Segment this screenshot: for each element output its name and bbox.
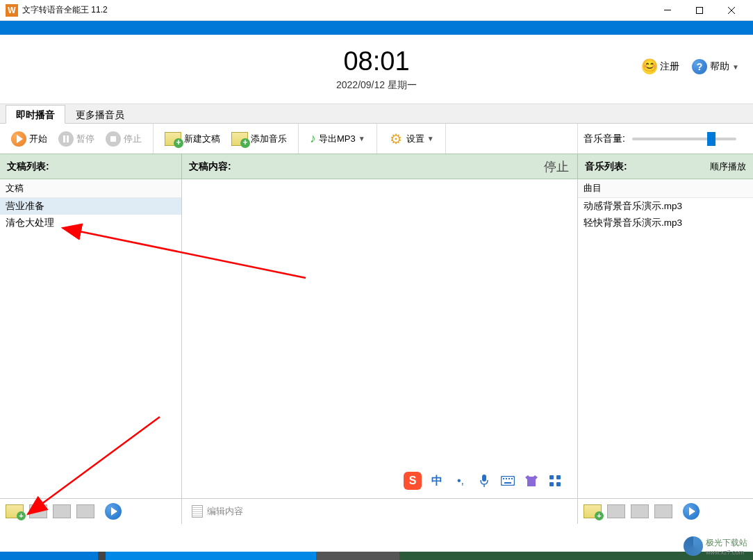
stop-button[interactable]: 停止	[100, 129, 147, 149]
stop-label: 停止	[124, 133, 142, 145]
start-button[interactable]: 开始	[6, 129, 53, 149]
add-icon	[584, 504, 602, 518]
menu-bar	[0, 21, 753, 35]
settings-label: 设置	[406, 133, 424, 145]
edit-content-label: 编辑内容	[207, 505, 243, 518]
music-list-header: 音乐列表: 顺序播放	[578, 154, 753, 179]
export-mp3-button[interactable]: ♪ 导出MP3 ▼	[304, 129, 371, 149]
ime-toolbar: S 中 •,	[398, 469, 569, 493]
pause-label: 暂停	[76, 133, 94, 145]
header-actions: 注册 ? 帮助 ▼	[642, 59, 739, 74]
doc-down-button[interactable]	[75, 502, 96, 520]
edit-content-button[interactable]: 编辑内容	[186, 502, 249, 520]
volume-slider[interactable]	[632, 138, 736, 140]
ime-keyboard-button[interactable]	[499, 472, 516, 489]
play-icon	[105, 503, 122, 520]
titlebar: W 文字转语音全能王 11.2	[0, 0, 753, 21]
svg-rect-11	[549, 482, 554, 486]
doc-up-button[interactable]	[51, 502, 72, 520]
export-mp3-label: 导出MP3	[319, 133, 356, 145]
doc-list-item[interactable]: 清仓大处理	[0, 215, 181, 231]
watermark-sub: www.xz7.com	[706, 549, 747, 556]
column-headers: 文稿列表: 文稿内容: 停止 音乐列表: 顺序播放	[0, 154, 753, 179]
remove-doc-button[interactable]	[28, 502, 49, 520]
music-list-item[interactable]: 轻快背景音乐演示.mp3	[578, 215, 753, 231]
watermark: 极光下载站 www.xz7.com	[684, 536, 747, 556]
close-button[interactable]	[715, 0, 747, 21]
music-bottom-toolbar	[578, 499, 753, 524]
svg-rect-4	[503, 478, 504, 479]
svg-rect-9	[549, 475, 554, 479]
ime-mic-button[interactable]	[476, 472, 493, 489]
page-icon	[192, 505, 203, 518]
add-icon	[6, 504, 24, 518]
maximize-button[interactable]	[684, 0, 715, 21]
pause-icon	[58, 131, 74, 147]
play-icon	[11, 131, 26, 147]
svg-rect-7	[511, 478, 513, 479]
add-doc-button[interactable]	[4, 502, 25, 520]
svg-rect-0	[664, 10, 671, 10]
clock-time: 08:01	[343, 47, 409, 76]
toolbar: 开始 暂停 停止 新建文稿 添加音乐 ♪ 导出MP3 ▼ 设置 ▼	[0, 124, 753, 154]
minimize-button[interactable]	[652, 0, 684, 21]
add-music-label: 添加音乐	[251, 133, 287, 145]
stop-icon	[106, 131, 121, 147]
content-bottom-toolbar: 编辑内容	[182, 499, 578, 524]
toolbar-volume: 音乐音量:	[577, 124, 753, 154]
main-content: 文稿 营业准备 清仓大处理 S 中 •, 曲目 动感背景音乐演示.mp3 轻快背…	[0, 179, 753, 499]
music-list-item[interactable]: 动感背景音乐演示.mp3	[578, 198, 753, 215]
footer-strip	[0, 552, 753, 560]
help-icon: ?	[692, 59, 707, 74]
toolbar-settings: 设置 ▼	[377, 124, 446, 154]
doc-list-header: 文稿列表:	[0, 154, 182, 179]
watermark-text: 极光下载站	[706, 538, 747, 547]
add-music-item-button[interactable]	[582, 502, 603, 520]
doc-bottom-toolbar	[0, 499, 182, 524]
play-mode-button[interactable]: 顺序播放	[710, 160, 746, 173]
chevron-down-icon: ▼	[358, 135, 365, 142]
remove-music-button[interactable]	[606, 502, 627, 520]
ime-punct-button[interactable]: •,	[452, 472, 469, 489]
header: 08:01 2022/09/12 星期一 注册 ? 帮助 ▼	[0, 35, 753, 104]
register-link[interactable]: 注册	[642, 59, 679, 74]
main-tabs: 即时播音 更多播音员	[0, 104, 753, 124]
settings-button[interactable]: 设置 ▼	[383, 129, 440, 149]
toolbar-export: ♪ 导出MP3 ▼	[299, 124, 377, 154]
music-down-button[interactable]	[653, 502, 674, 520]
gear-icon	[388, 131, 404, 147]
doc-content-panel[interactable]: S 中 •,	[182, 179, 578, 498]
volume-slider-thumb[interactable]	[707, 132, 715, 146]
doc-list-item[interactable]: 营业准备	[0, 198, 181, 215]
ime-chinese-button[interactable]: 中	[429, 472, 445, 489]
music-up-button[interactable]	[629, 502, 650, 520]
music-list-panel: 曲目 动感背景音乐演示.mp3 轻快背景音乐演示.mp3	[578, 179, 753, 498]
chevron-down-icon: ▼	[732, 63, 739, 71]
help-dropdown[interactable]: ? 帮助 ▼	[692, 59, 739, 74]
sogou-icon[interactable]: S	[404, 472, 422, 490]
up-icon	[631, 504, 649, 518]
pause-button[interactable]: 暂停	[53, 129, 100, 149]
svg-rect-10	[556, 475, 561, 479]
svg-rect-5	[506, 478, 507, 479]
svg-rect-3	[502, 477, 515, 486]
tab-more-announcers[interactable]: 更多播音员	[65, 105, 135, 124]
doc-column-header: 文稿	[0, 179, 181, 198]
music-list-label: 音乐列表:	[585, 160, 627, 173]
play-music-button[interactable]	[681, 502, 702, 520]
music-column-header: 曲目	[578, 179, 753, 198]
bottom-toolbars: 编辑内容	[0, 499, 753, 524]
up-icon	[53, 504, 71, 518]
tab-instant-broadcast[interactable]: 即时播音	[6, 105, 65, 124]
play-icon	[683, 503, 700, 520]
add-music-button[interactable]: 添加音乐	[226, 129, 292, 149]
new-doc-icon	[165, 132, 181, 146]
music-note-icon: ♪	[310, 131, 316, 146]
svg-rect-6	[508, 478, 510, 479]
ime-theme-button[interactable]	[523, 472, 540, 489]
window-controls	[652, 0, 747, 21]
play-doc-button[interactable]	[103, 502, 124, 520]
new-document-button[interactable]: 新建文稿	[159, 129, 226, 149]
doc-content-label: 文稿内容:	[189, 160, 231, 173]
ime-grid-button[interactable]	[547, 472, 563, 489]
